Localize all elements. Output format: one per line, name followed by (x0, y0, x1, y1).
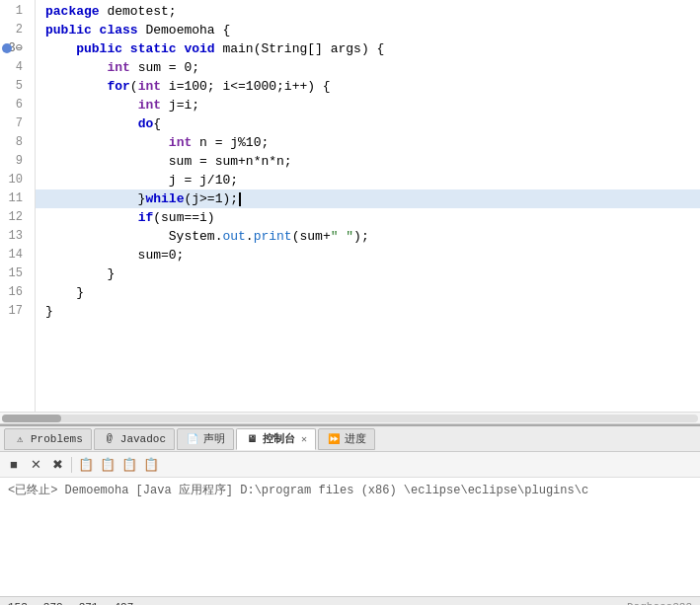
status-val-3: 371 (79, 601, 99, 606)
bottom-panel: ⚠ Problems @ Javadoc 📄 声明 🖥 控制台 ✕ ⏩ 进度 ■… (0, 424, 700, 605)
watermark: Dogboss233 (627, 601, 692, 606)
line-num-6: 6 (0, 96, 29, 114)
line-num-8: 8 (0, 133, 29, 152)
code-line-14: sum=0; (36, 246, 700, 265)
code-line-3: public static void main(String[] args) { (36, 39, 700, 58)
code-line-2: public class Demoemoha { (36, 21, 700, 39)
status-val-2: 370 (43, 601, 63, 606)
progress-icon: ⏩ (327, 432, 341, 446)
scroll-track[interactable] (2, 415, 698, 422)
line-num-5: 5 (0, 77, 29, 96)
paste-button[interactable]: 📋 (98, 455, 117, 475)
code-line-13: System.out.print(sum+" "); (36, 227, 700, 246)
close-button[interactable]: ✕ (26, 455, 45, 475)
tab-bar: ⚠ Problems @ Javadoc 📄 声明 🖥 控制台 ✕ ⏩ 进度 (0, 426, 700, 452)
stop-button[interactable]: ■ (4, 455, 24, 475)
console-terminated-line: <已终止> Demoemoha [Java 应用程序] D:\program f… (8, 482, 692, 499)
horizontal-scrollbar[interactable] (0, 412, 700, 423)
tab-problems-label: Problems (31, 433, 83, 445)
tab-console[interactable]: 🖥 控制台 ✕ (236, 428, 316, 450)
code-line-12: if(sum==i) (36, 208, 700, 227)
line-num-15: 15 (0, 265, 29, 283)
scroll-thumb[interactable] (2, 415, 61, 422)
status-val-4: 407 (114, 601, 133, 606)
code-line-16: } (36, 283, 700, 302)
code-line-4: int sum = 0; (36, 58, 700, 77)
line-num-13: 13 (0, 227, 29, 246)
tab-declaration[interactable]: 📄 声明 (177, 428, 234, 450)
code-area: 1 2 3⊖ 4 5 6 7 8 9 10 11 12 13 14 15 16 … (0, 0, 700, 412)
line-num-7: 7 (0, 114, 29, 133)
console-output[interactable]: <已终止> Demoemoha [Java 应用程序] D:\program f… (0, 478, 700, 596)
remove-button[interactable]: ✖ (47, 455, 67, 475)
tab-progress[interactable]: ⏩ 进度 (318, 428, 375, 450)
declaration-icon: 📄 (186, 432, 199, 446)
code-line-8: int n = j%10; (36, 133, 700, 152)
tab-problems[interactable]: ⚠ Problems (4, 428, 92, 450)
code-line-17: } (36, 302, 700, 321)
console-toolbar: ■ ✕ ✖ 📋 📋 📋 📋 (0, 452, 700, 478)
code-line-6: int j=i; (36, 96, 700, 114)
line-num-3: 3⊖ (0, 39, 29, 58)
code-line-7: do{ (36, 114, 700, 133)
tab-javadoc-label: Javadoc (120, 433, 166, 445)
line-num-10: 10 (0, 171, 29, 189)
code-line-15: } (36, 265, 700, 283)
import-button[interactable]: 📋 (141, 455, 161, 475)
line-num-16: 16 (0, 283, 29, 302)
export-button[interactable]: 📋 (119, 455, 139, 475)
javadoc-icon: @ (103, 432, 117, 446)
breakpoint-dot (2, 43, 12, 53)
line-numbers: 1 2 3⊖ 4 5 6 7 8 9 10 11 12 13 14 15 16 … (0, 0, 36, 412)
code-line-11: }while(j>=1); (36, 189, 700, 208)
editor-container: 1 2 3⊖ 4 5 6 7 8 9 10 11 12 13 14 15 16 … (0, 0, 700, 424)
line-num-11: 11 (0, 189, 29, 208)
tab-javadoc[interactable]: @ Javadoc (94, 428, 175, 450)
line-num-2: 2 (0, 21, 29, 39)
console-icon: 🖥 (245, 432, 259, 446)
problems-icon: ⚠ (13, 432, 27, 446)
line-num-17: 17 (0, 302, 29, 321)
status-bar: 153 370 371 407 Dogboss233 (0, 596, 700, 605)
code-line-1: package demotest; (36, 2, 700, 21)
status-val-1: 153 (8, 601, 28, 606)
line-num-9: 9 (0, 152, 29, 171)
code-lines[interactable]: package demotest; public class Demoemoha… (36, 0, 700, 412)
code-line-9: sum = sum+n*n*n; (36, 152, 700, 171)
code-line-10: j = j/10; (36, 171, 700, 189)
line-num-4: 4 (0, 58, 29, 77)
code-line-5: for(int i=100; i<=1000;i++) { (36, 77, 700, 96)
line-num-12: 12 (0, 208, 29, 227)
tab-declaration-label: 声明 (203, 431, 225, 446)
copy-button[interactable]: 📋 (76, 455, 96, 475)
tab-console-label: 控制台 (263, 431, 295, 446)
tab-console-close[interactable]: ✕ (301, 433, 307, 445)
toolbar-sep-1 (71, 457, 72, 473)
line-num-1: 1 (0, 2, 29, 21)
line-num-14: 14 (0, 246, 29, 265)
tab-progress-label: 进度 (345, 431, 366, 446)
